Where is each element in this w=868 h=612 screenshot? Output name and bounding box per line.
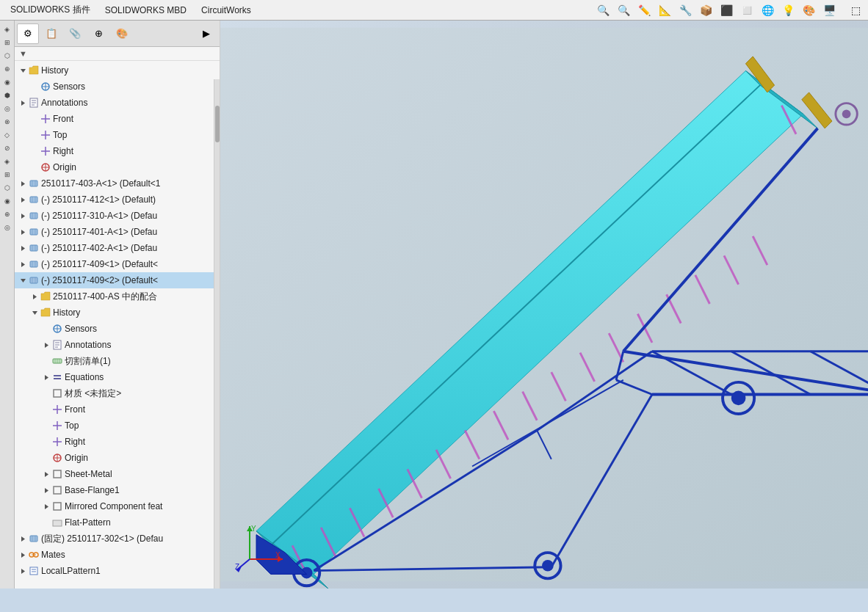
svg-text:Z: Z — [235, 563, 239, 571]
tree-icon-10 — [28, 210, 40, 222]
tab-property-manager[interactable]: 📋 — [40, 23, 62, 44]
tree-item-23[interactable]: Top — [15, 418, 220, 434]
tree-toggle-10[interactable] — [18, 211, 28, 221]
tree-item-7[interactable]: Origin — [15, 159, 220, 175]
left-tool-5[interactable]: ◉ — [1, 76, 13, 88]
tree-toggle-21 — [41, 388, 51, 398]
left-tool-12[interactable]: ⊞ — [1, 169, 13, 181]
tree-toggle-3[interactable] — [18, 98, 28, 108]
view2-icon[interactable]: ◻️ — [737, 1, 756, 20]
tree-item-9[interactable]: (-) 2510117-412<1> (Default) — [15, 192, 220, 208]
tree-item-20[interactable]: Equations — [15, 369, 220, 385]
svg-marker-4 — [21, 101, 25, 106]
tree-toggle-26[interactable] — [41, 469, 51, 479]
tree-item-16[interactable]: History — [15, 305, 220, 321]
left-tool-15[interactable]: ⊕ — [1, 208, 13, 220]
tree-item-12[interactable]: (-) 2510117-402-A<1> (Defau — [15, 240, 220, 256]
left-tool-10[interactable]: ⊘ — [1, 142, 13, 154]
menu-item-solidworks-mbd[interactable]: SOLIDWORKS MBD — [98, 2, 194, 18]
tree-item-10[interactable]: (-) 2510117-310-A<1> (Defau — [15, 208, 220, 224]
tree-item-15[interactable]: 2510117-400-AS 中的配合 — [15, 288, 220, 305]
tree-item-14[interactable]: (-) 2510117-409<2> (Default< — [15, 272, 220, 288]
left-tool-9[interactable]: ◇ — [1, 129, 13, 141]
left-tool-7[interactable]: ◎ — [1, 103, 13, 114]
tree-item-8[interactable]: 2510117-403-A<1> (Default<1 — [15, 175, 220, 192]
tree-toggle-31[interactable] — [18, 550, 28, 560]
tree-toggle-27[interactable] — [41, 485, 51, 495]
tree-item-26[interactable]: Sheet-Metal — [15, 466, 220, 482]
left-tool-16[interactable]: ◎ — [1, 222, 13, 233]
tree-toggle-30[interactable] — [18, 533, 28, 544]
tab-dimxpert[interactable]: ⊕ — [87, 23, 109, 44]
tree-toggle-16[interactable] — [29, 307, 40, 318]
globe-icon[interactable]: 🌐 — [758, 1, 777, 20]
tree-item-29[interactable]: Flat-Pattern — [15, 514, 220, 531]
tree-item-19[interactable]: 切割清单(1) — [15, 353, 220, 369]
sidebar-scrollbar[interactable] — [214, 79, 220, 589]
tree-toggle-9[interactable] — [18, 194, 28, 205]
settings-icon[interactable]: 🔧 — [676, 1, 695, 20]
tree-toggle-13[interactable] — [18, 259, 28, 269]
light-icon[interactable]: 💡 — [778, 1, 798, 20]
viewport[interactable]: X Y Z — [220, 21, 868, 589]
left-tool-8[interactable]: ⊗ — [1, 116, 13, 128]
tree-toggle-18[interactable] — [41, 340, 51, 350]
tree-item-13[interactable]: (-) 2510117-409<1> (Default< — [15, 256, 220, 272]
tree-item-3[interactable]: Annotations — [15, 95, 220, 111]
view1-icon[interactable]: ⬛ — [717, 1, 736, 20]
tree-toggle-15[interactable] — [29, 291, 40, 302]
left-tool-3[interactable]: ⬡ — [1, 50, 13, 62]
tree-toggle-1[interactable] — [18, 65, 28, 76]
tab-config-manager[interactable]: 📎 — [64, 23, 86, 44]
tree-item-1[interactable]: History — [15, 62, 220, 79]
tree-item-31[interactable]: Mates — [15, 547, 220, 563]
tree-toggle-32[interactable] — [18, 566, 28, 576]
color-icon[interactable]: 🎨 — [799, 1, 818, 20]
expand-icon[interactable]: ⬚ — [846, 1, 865, 20]
tree-item-24[interactable]: Right — [15, 434, 220, 450]
menu-item-solidworks-plugins[interactable]: SOLIDWORKS 插件 — [3, 1, 98, 19]
filter-icon[interactable]: ▼ — [19, 49, 27, 58]
left-tool-4[interactable]: ⊕ — [1, 63, 13, 75]
tree-icon-20 — [51, 371, 63, 383]
menu-item-circuitworks[interactable]: CircuitWorks — [194, 2, 258, 18]
measure-icon[interactable]: 📐 — [655, 1, 674, 20]
tab-display-manager[interactable]: 🎨 — [111, 23, 133, 44]
tree-item-5[interactable]: Top — [15, 127, 220, 143]
tree-item-18[interactable]: Annotations — [15, 337, 220, 353]
tree-item-21[interactable]: 材质 <未指定> — [15, 385, 220, 401]
tree-toggle-8[interactable] — [18, 178, 28, 189]
tree-item-2[interactable]: Sensors — [15, 79, 220, 95]
left-tool-11[interactable]: ◈ — [1, 156, 13, 167]
tree-toggle-12[interactable] — [18, 243, 28, 253]
tree-label-23: Top — [65, 418, 217, 433]
tree-item-25[interactable]: Origin — [15, 450, 220, 466]
display-icon[interactable]: 🖥️ — [820, 1, 839, 20]
tab-more[interactable]: ▶ — [195, 23, 217, 44]
tree-toggle-28[interactable] — [41, 501, 51, 511]
left-tool-14[interactable]: ◉ — [1, 195, 13, 207]
tree-item-30[interactable]: (固定) 2510117-302<1> (Defau — [15, 531, 220, 547]
tree-toggle-11[interactable] — [18, 227, 28, 237]
tree-toggle-20[interactable] — [41, 372, 51, 382]
tree-item-28[interactable]: Mirrored Component feat — [15, 498, 220, 514]
left-tool-6[interactable]: ⬢ — [1, 90, 13, 101]
tree-item-6[interactable]: Right — [15, 143, 220, 159]
box-icon[interactable]: 📦 — [696, 1, 715, 20]
tree-item-22[interactable]: Front — [15, 401, 220, 418]
tree-item-4[interactable]: Front — [15, 111, 220, 127]
svg-marker-60 — [45, 375, 48, 380]
tab-feature-manager[interactable]: ⚙ — [17, 23, 39, 44]
left-tool-2[interactable]: ⊞ — [1, 37, 13, 48]
edit-icon[interactable]: ✏️ — [634, 1, 654, 20]
left-tool-13[interactable]: ⬡ — [1, 182, 13, 194]
tree-item-11[interactable]: (-) 2510117-401-A<1> (Defau — [15, 224, 220, 240]
tree-icon-13 — [28, 258, 40, 270]
tree-item-27[interactable]: Base-Flange1 — [15, 482, 220, 498]
tree-toggle-14[interactable] — [18, 275, 28, 285]
search2-icon[interactable]: 🔍 — [614, 1, 633, 20]
left-tool-1[interactable]: ◈ — [1, 23, 13, 35]
tree-item-17[interactable]: Sensors — [15, 321, 220, 337]
search-icon[interactable]: 🔍 — [593, 1, 612, 20]
tree-item-32[interactable]: LocalLPattern1 — [15, 563, 220, 579]
